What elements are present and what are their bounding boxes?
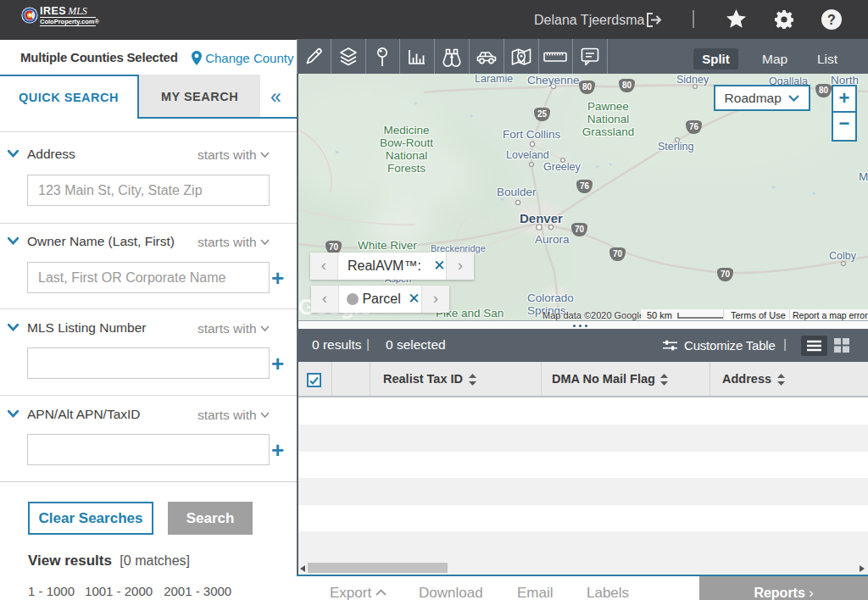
svg-text:?: ? — [827, 13, 836, 27]
